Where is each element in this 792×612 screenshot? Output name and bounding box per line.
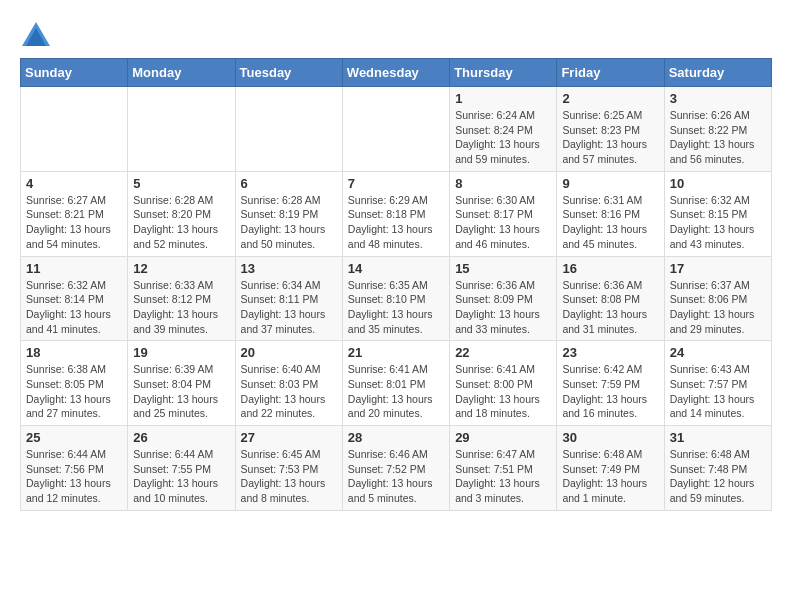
day-detail: Sunrise: 6:26 AM Sunset: 8:22 PM Dayligh…: [670, 108, 766, 167]
day-detail: Sunrise: 6:37 AM Sunset: 8:06 PM Dayligh…: [670, 278, 766, 337]
calendar-cell: 14Sunrise: 6:35 AM Sunset: 8:10 PM Dayli…: [342, 256, 449, 341]
day-detail: Sunrise: 6:44 AM Sunset: 7:55 PM Dayligh…: [133, 447, 229, 506]
calendar-cell: 9Sunrise: 6:31 AM Sunset: 8:16 PM Daylig…: [557, 171, 664, 256]
calendar-cell: 26Sunrise: 6:44 AM Sunset: 7:55 PM Dayli…: [128, 426, 235, 511]
calendar-cell: 7Sunrise: 6:29 AM Sunset: 8:18 PM Daylig…: [342, 171, 449, 256]
calendar-cell: 5Sunrise: 6:28 AM Sunset: 8:20 PM Daylig…: [128, 171, 235, 256]
calendar-cell: 17Sunrise: 6:37 AM Sunset: 8:06 PM Dayli…: [664, 256, 771, 341]
calendar-cell: 3Sunrise: 6:26 AM Sunset: 8:22 PM Daylig…: [664, 87, 771, 172]
day-number: 19: [133, 345, 229, 360]
calendar-cell: 4Sunrise: 6:27 AM Sunset: 8:21 PM Daylig…: [21, 171, 128, 256]
logo-icon: [20, 20, 52, 48]
day-detail: Sunrise: 6:45 AM Sunset: 7:53 PM Dayligh…: [241, 447, 337, 506]
day-number: 11: [26, 261, 122, 276]
weekday-header-saturday: Saturday: [664, 59, 771, 87]
day-number: 22: [455, 345, 551, 360]
day-detail: Sunrise: 6:28 AM Sunset: 8:19 PM Dayligh…: [241, 193, 337, 252]
day-detail: Sunrise: 6:32 AM Sunset: 8:14 PM Dayligh…: [26, 278, 122, 337]
week-row-2: 4Sunrise: 6:27 AM Sunset: 8:21 PM Daylig…: [21, 171, 772, 256]
weekday-header-monday: Monday: [128, 59, 235, 87]
calendar-cell: 28Sunrise: 6:46 AM Sunset: 7:52 PM Dayli…: [342, 426, 449, 511]
logo: [20, 20, 56, 48]
day-detail: Sunrise: 6:27 AM Sunset: 8:21 PM Dayligh…: [26, 193, 122, 252]
day-number: 18: [26, 345, 122, 360]
weekday-row: SundayMondayTuesdayWednesdayThursdayFrid…: [21, 59, 772, 87]
calendar-cell: 19Sunrise: 6:39 AM Sunset: 8:04 PM Dayli…: [128, 341, 235, 426]
day-detail: Sunrise: 6:36 AM Sunset: 8:08 PM Dayligh…: [562, 278, 658, 337]
day-number: 9: [562, 176, 658, 191]
day-detail: Sunrise: 6:43 AM Sunset: 7:57 PM Dayligh…: [670, 362, 766, 421]
page-header: [20, 20, 772, 48]
day-number: 28: [348, 430, 444, 445]
calendar-cell: [128, 87, 235, 172]
calendar-cell: 20Sunrise: 6:40 AM Sunset: 8:03 PM Dayli…: [235, 341, 342, 426]
day-detail: Sunrise: 6:31 AM Sunset: 8:16 PM Dayligh…: [562, 193, 658, 252]
calendar-cell: 30Sunrise: 6:48 AM Sunset: 7:49 PM Dayli…: [557, 426, 664, 511]
calendar-cell: 13Sunrise: 6:34 AM Sunset: 8:11 PM Dayli…: [235, 256, 342, 341]
calendar-cell: 29Sunrise: 6:47 AM Sunset: 7:51 PM Dayli…: [450, 426, 557, 511]
day-number: 3: [670, 91, 766, 106]
day-number: 24: [670, 345, 766, 360]
day-detail: Sunrise: 6:34 AM Sunset: 8:11 PM Dayligh…: [241, 278, 337, 337]
calendar-cell: [21, 87, 128, 172]
calendar-cell: [235, 87, 342, 172]
day-detail: Sunrise: 6:32 AM Sunset: 8:15 PM Dayligh…: [670, 193, 766, 252]
calendar-cell: 6Sunrise: 6:28 AM Sunset: 8:19 PM Daylig…: [235, 171, 342, 256]
day-detail: Sunrise: 6:35 AM Sunset: 8:10 PM Dayligh…: [348, 278, 444, 337]
calendar-cell: 24Sunrise: 6:43 AM Sunset: 7:57 PM Dayli…: [664, 341, 771, 426]
day-detail: Sunrise: 6:29 AM Sunset: 8:18 PM Dayligh…: [348, 193, 444, 252]
day-number: 16: [562, 261, 658, 276]
day-number: 12: [133, 261, 229, 276]
week-row-3: 11Sunrise: 6:32 AM Sunset: 8:14 PM Dayli…: [21, 256, 772, 341]
day-number: 1: [455, 91, 551, 106]
calendar-cell: 12Sunrise: 6:33 AM Sunset: 8:12 PM Dayli…: [128, 256, 235, 341]
calendar-cell: 16Sunrise: 6:36 AM Sunset: 8:08 PM Dayli…: [557, 256, 664, 341]
day-number: 2: [562, 91, 658, 106]
day-number: 6: [241, 176, 337, 191]
day-detail: Sunrise: 6:39 AM Sunset: 8:04 PM Dayligh…: [133, 362, 229, 421]
calendar-cell: 23Sunrise: 6:42 AM Sunset: 7:59 PM Dayli…: [557, 341, 664, 426]
week-row-5: 25Sunrise: 6:44 AM Sunset: 7:56 PM Dayli…: [21, 426, 772, 511]
day-detail: Sunrise: 6:41 AM Sunset: 8:01 PM Dayligh…: [348, 362, 444, 421]
calendar-cell: 18Sunrise: 6:38 AM Sunset: 8:05 PM Dayli…: [21, 341, 128, 426]
calendar-cell: 11Sunrise: 6:32 AM Sunset: 8:14 PM Dayli…: [21, 256, 128, 341]
day-number: 31: [670, 430, 766, 445]
day-number: 25: [26, 430, 122, 445]
calendar-cell: 27Sunrise: 6:45 AM Sunset: 7:53 PM Dayli…: [235, 426, 342, 511]
week-row-1: 1Sunrise: 6:24 AM Sunset: 8:24 PM Daylig…: [21, 87, 772, 172]
day-detail: Sunrise: 6:48 AM Sunset: 7:49 PM Dayligh…: [562, 447, 658, 506]
calendar-cell: 21Sunrise: 6:41 AM Sunset: 8:01 PM Dayli…: [342, 341, 449, 426]
calendar-cell: 22Sunrise: 6:41 AM Sunset: 8:00 PM Dayli…: [450, 341, 557, 426]
day-detail: Sunrise: 6:33 AM Sunset: 8:12 PM Dayligh…: [133, 278, 229, 337]
week-row-4: 18Sunrise: 6:38 AM Sunset: 8:05 PM Dayli…: [21, 341, 772, 426]
day-number: 5: [133, 176, 229, 191]
calendar-cell: 15Sunrise: 6:36 AM Sunset: 8:09 PM Dayli…: [450, 256, 557, 341]
calendar-cell: 1Sunrise: 6:24 AM Sunset: 8:24 PM Daylig…: [450, 87, 557, 172]
day-detail: Sunrise: 6:25 AM Sunset: 8:23 PM Dayligh…: [562, 108, 658, 167]
day-number: 14: [348, 261, 444, 276]
weekday-header-wednesday: Wednesday: [342, 59, 449, 87]
day-detail: Sunrise: 6:42 AM Sunset: 7:59 PM Dayligh…: [562, 362, 658, 421]
day-detail: Sunrise: 6:48 AM Sunset: 7:48 PM Dayligh…: [670, 447, 766, 506]
calendar-cell: 31Sunrise: 6:48 AM Sunset: 7:48 PM Dayli…: [664, 426, 771, 511]
day-number: 27: [241, 430, 337, 445]
day-number: 21: [348, 345, 444, 360]
day-number: 7: [348, 176, 444, 191]
day-number: 4: [26, 176, 122, 191]
weekday-header-thursday: Thursday: [450, 59, 557, 87]
calendar-body: 1Sunrise: 6:24 AM Sunset: 8:24 PM Daylig…: [21, 87, 772, 511]
day-number: 23: [562, 345, 658, 360]
day-number: 10: [670, 176, 766, 191]
day-number: 20: [241, 345, 337, 360]
day-detail: Sunrise: 6:40 AM Sunset: 8:03 PM Dayligh…: [241, 362, 337, 421]
calendar-cell: 2Sunrise: 6:25 AM Sunset: 8:23 PM Daylig…: [557, 87, 664, 172]
day-detail: Sunrise: 6:46 AM Sunset: 7:52 PM Dayligh…: [348, 447, 444, 506]
calendar-cell: [342, 87, 449, 172]
weekday-header-friday: Friday: [557, 59, 664, 87]
day-detail: Sunrise: 6:36 AM Sunset: 8:09 PM Dayligh…: [455, 278, 551, 337]
weekday-header-tuesday: Tuesday: [235, 59, 342, 87]
day-detail: Sunrise: 6:24 AM Sunset: 8:24 PM Dayligh…: [455, 108, 551, 167]
day-number: 13: [241, 261, 337, 276]
calendar-header: SundayMondayTuesdayWednesdayThursdayFrid…: [21, 59, 772, 87]
day-number: 29: [455, 430, 551, 445]
